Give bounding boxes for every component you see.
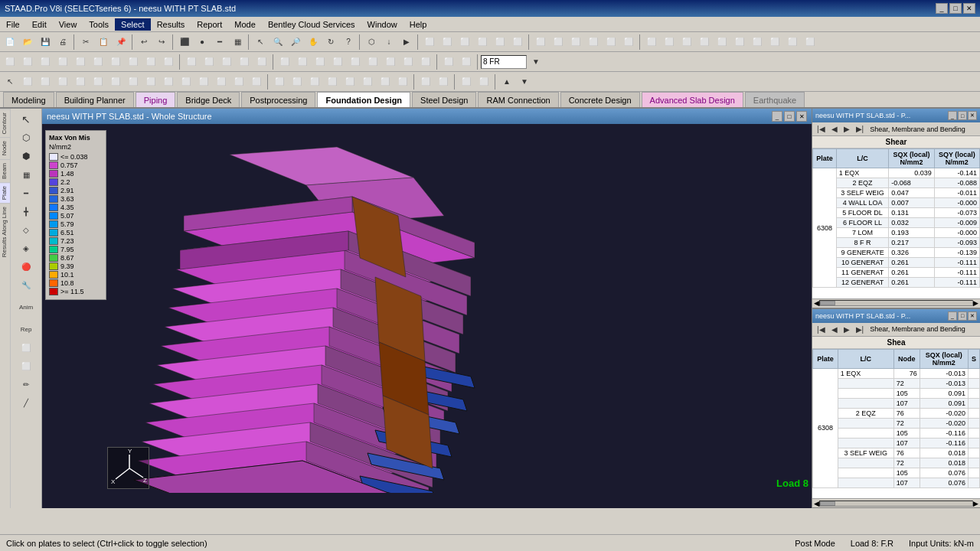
p1-minimize[interactable]: _ <box>948 111 957 120</box>
tool2-button[interactable]: ⬜ <box>550 34 567 51</box>
tb2-15[interactable]: ⬜ <box>253 54 270 70</box>
tb2-23[interactable]: ⬜ <box>400 54 416 70</box>
tab-earthquake[interactable]: Earthquake <box>745 92 805 107</box>
tb3-16[interactable]: ⬜ <box>271 73 288 90</box>
p1-maximize[interactable]: □ <box>958 111 967 120</box>
tb2-25[interactable]: ⬜ <box>440 54 457 70</box>
p1-scroll-right[interactable]: ▶ <box>973 299 978 307</box>
tool1-button[interactable]: ⬜ <box>532 34 549 51</box>
cut-button[interactable]: ✂ <box>77 34 94 51</box>
p1-nav-prev[interactable]: ◀ <box>828 125 841 133</box>
tb3-6[interactable]: ⬜ <box>90 73 106 90</box>
tb3-4[interactable]: ⬜ <box>54 73 71 90</box>
tb2-11[interactable]: ⬜ <box>183 54 200 70</box>
view6-button[interactable]: ⬜ <box>509 34 526 51</box>
tb2-16[interactable]: ⬜ <box>276 54 293 70</box>
tb2-9[interactable]: ⬜ <box>142 54 159 70</box>
panel-1-scrollbar[interactable]: ◀ ▶ <box>812 298 980 308</box>
p1-nav-next[interactable]: ▶| <box>853 125 867 133</box>
p2-scroll-thumb[interactable] <box>820 501 835 506</box>
menu-edit[interactable]: Edit <box>26 18 53 31</box>
view2-button[interactable]: ⬜ <box>439 34 456 51</box>
tb2-24[interactable]: ⬜ <box>417 54 434 70</box>
tb2-22[interactable]: ⬜ <box>382 54 399 70</box>
panel-1-table-scroll[interactable]: Plate L/C SQX (local)N/mm2 SQY (local)N/… <box>812 148 980 298</box>
copy-button[interactable]: 📋 <box>95 34 112 51</box>
extra2-button[interactable]: ⬜ <box>661 34 678 51</box>
p2-maximize[interactable]: □ <box>958 311 967 321</box>
menu-results[interactable]: Results <box>151 18 191 31</box>
save-button[interactable]: 💾 <box>37 34 54 51</box>
p2-nav-next[interactable]: ▶| <box>853 325 867 334</box>
tab-building-planner[interactable]: Building Planner <box>56 92 134 107</box>
tb2-2[interactable]: ⬜ <box>19 54 36 70</box>
p2-minimize[interactable]: _ <box>948 311 957 321</box>
p2-nav-first[interactable]: |◀ <box>814 325 828 334</box>
geometry-button[interactable]: ⬡ <box>363 34 380 51</box>
load-case-input[interactable] <box>481 55 527 69</box>
sidebar-icon-6[interactable]: ╋ <box>18 203 34 220</box>
p1-scroll-thumb[interactable] <box>820 301 835 305</box>
menu-file[interactable]: File <box>0 18 26 31</box>
p1-close[interactable]: ✕ <box>968 111 977 120</box>
sidebar-icon-2[interactable]: ⬡ <box>18 129 34 146</box>
extra3-button[interactable]: ⬜ <box>678 34 695 51</box>
undo-button[interactable]: ↩ <box>136 34 152 51</box>
menu-help[interactable]: Help <box>403 18 433 31</box>
tb2-26[interactable]: ⬜ <box>458 54 475 70</box>
p1-scroll-left[interactable]: ◀ <box>814 299 819 307</box>
open-button[interactable]: 📂 <box>19 34 36 51</box>
menu-report[interactable]: Report <box>191 18 228 31</box>
tab-postprocessing[interactable]: Postprocessing <box>241 92 315 107</box>
help-button[interactable]: ? <box>340 34 357 51</box>
sidebar-icon-anim[interactable]: Anim <box>18 298 34 315</box>
tb3-17[interactable]: ⬜ <box>289 73 305 90</box>
tb3-19[interactable]: ⬜ <box>324 73 341 90</box>
p2-nav-prev[interactable]: ◀ <box>828 325 841 334</box>
p1-nav-first[interactable]: |◀ <box>814 125 828 133</box>
sidebar-icon-10[interactable]: 🔧 <box>18 276 34 293</box>
tb3-25[interactable]: ⬜ <box>435 73 452 90</box>
sidebar-icon-11[interactable]: ⬜ <box>18 339 34 356</box>
tb2-18[interactable]: ⬜ <box>312 54 328 70</box>
sidebar-icon-7[interactable]: ◇ <box>18 221 34 238</box>
tool4-button[interactable]: ⬜ <box>585 34 602 51</box>
sidebar-label-plate[interactable]: Plate <box>0 182 10 203</box>
maximize-button[interactable]: □ <box>949 3 962 14</box>
rotate-button[interactable]: ↻ <box>322 34 339 51</box>
menu-view[interactable]: View <box>53 18 83 31</box>
sidebar-label-results-along-line[interactable]: Results Along Line <box>0 203 10 260</box>
p2-scroll-track[interactable] <box>819 500 973 507</box>
extra5-button[interactable]: ⬜ <box>714 34 730 51</box>
tb3-22[interactable]: ⬜ <box>377 73 394 90</box>
tb2-5[interactable]: ⬜ <box>72 54 89 70</box>
tb2-10[interactable]: ⬜ <box>160 54 177 70</box>
extra8-button[interactable]: ⬜ <box>766 34 783 51</box>
p1-scroll-track[interactable] <box>819 300 973 306</box>
menu-window[interactable]: Window <box>361 18 403 31</box>
tool6-button[interactable]: ⬜ <box>620 34 637 51</box>
tb3-11[interactable]: ⬜ <box>178 73 194 90</box>
vp-minimize[interactable]: _ <box>772 111 782 122</box>
zoom-out-button[interactable]: 🔎 <box>287 34 304 51</box>
sidebar-icon-1[interactable]: ↖ <box>18 111 34 128</box>
building-model[interactable] <box>107 124 812 493</box>
sidebar-label-contour[interactable]: Contour <box>0 109 10 137</box>
sidebar-icon-12[interactable]: ⬜ <box>18 357 34 374</box>
tb3-18[interactable]: ⬜ <box>306 73 323 90</box>
tab-foundation-design[interactable]: Foundation Design <box>317 92 410 107</box>
tb3-14[interactable]: ⬜ <box>230 73 247 90</box>
tab-concrete-design[interactable]: Concrete Design <box>560 92 640 107</box>
tb2-14[interactable]: ⬜ <box>236 54 253 70</box>
menu-tools[interactable]: Tools <box>83 18 115 31</box>
paste-button[interactable]: 📌 <box>113 34 129 51</box>
tb3-12[interactable]: ⬜ <box>195 73 212 90</box>
tb2-8[interactable]: ⬜ <box>125 54 142 70</box>
p1-nav-play[interactable]: ▶ <box>841 125 853 133</box>
select-plate-button[interactable]: ▦ <box>229 34 246 51</box>
tb2-3[interactable]: ⬜ <box>37 54 54 70</box>
tab-modeling[interactable]: Modeling <box>3 92 54 107</box>
sidebar-icon-13[interactable]: ✏ <box>18 376 34 393</box>
select-beam-button[interactable]: ━ <box>211 34 228 51</box>
tab-ram-connection[interactable]: RAM Connection <box>478 92 558 107</box>
